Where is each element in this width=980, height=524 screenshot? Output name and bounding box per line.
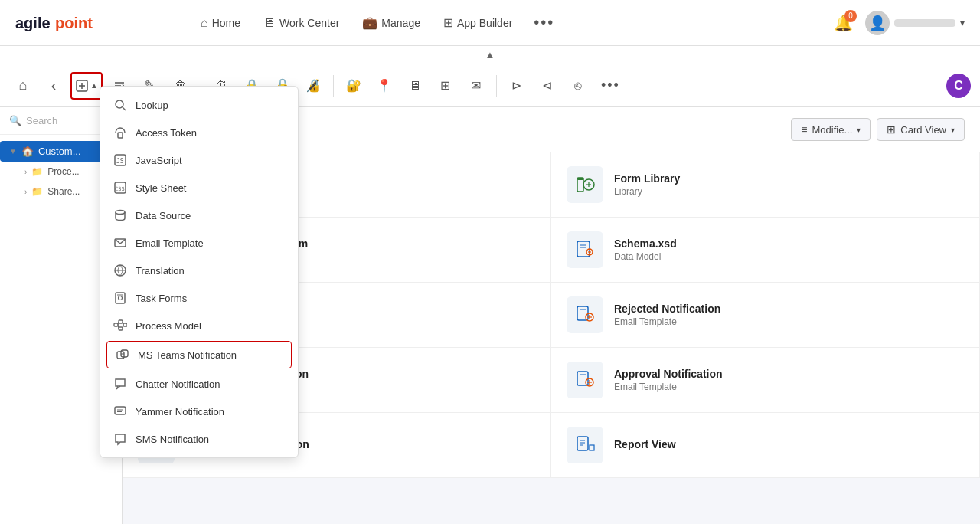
nav-appbuilder-label: App Builder: [457, 17, 512, 29]
card-form-library[interactable]: Form LibraryLibrary: [551, 152, 980, 218]
dropdown-chatter[interactable]: Chatter Notification: [100, 370, 298, 398]
card-name-approval-notification: Approval Notification: [614, 368, 723, 380]
dropdown-chatter-label: Chatter Notification: [136, 378, 220, 390]
card-rejected-notification[interactable]: Rejected NotificationEmail Template: [551, 283, 980, 348]
nav-manage[interactable]: 💼 Manage: [353, 11, 430, 34]
nav-more-button[interactable]: •••: [526, 9, 562, 36]
dropdown-process-model[interactable]: Process Model: [100, 312, 298, 339]
dropdown-translation-label: Translation: [136, 265, 185, 277]
nav-home[interactable]: ⌂ Home: [191, 11, 250, 34]
notification-button[interactable]: 🔔 0: [834, 14, 853, 32]
dropdown-datasource-label: Data Source: [136, 210, 191, 221]
sort-lines-icon: ≡: [801, 123, 807, 136]
toolbar-email-button[interactable]: ✉: [462, 72, 490, 100]
card-icon-schema-xsd: [567, 231, 603, 268]
sort-chevron-icon: ▾: [857, 126, 861, 134]
toolbar-location-button[interactable]: 📍: [371, 72, 398, 100]
dropdown-task-forms[interactable]: Task Forms: [100, 284, 298, 312]
user-chevron-icon: ▾: [960, 18, 965, 28]
stylesheet-icon: CSS: [113, 180, 128, 195]
toolbar-more-button[interactable]: •••: [595, 77, 626, 93]
toolbar-security-button[interactable]: 🔐: [340, 72, 368, 100]
svg-line-29: [122, 325, 123, 329]
svg-text:CSS: CSS: [115, 186, 125, 192]
dropdown-lookup-label: Lookup: [136, 100, 168, 111]
appbuilder-icon: ⊞: [443, 15, 453, 30]
nav-appbuilder[interactable]: ⊞ App Builder: [434, 11, 521, 34]
toolbar-signout-button[interactable]: ⎋: [564, 72, 592, 100]
location-icon: 📍: [377, 78, 392, 93]
dropdown-datasource[interactable]: Data Source: [100, 201, 298, 229]
collapse-arrow[interactable]: ▲: [0, 46, 980, 64]
folder-icon-2: 📁: [31, 186, 43, 197]
user-avatar: 👤: [865, 11, 890, 35]
dropdown-access-token-label: Access Token: [136, 127, 197, 139]
dropdown-lookup[interactable]: Lookup: [100, 91, 298, 119]
email-template-icon: [113, 235, 128, 251]
card-type-schema-xsd: Data Model: [614, 251, 677, 262]
logo[interactable]: agile point: [15, 11, 107, 34]
dropdown-email-template[interactable]: Email Template: [100, 229, 298, 257]
dropdown-ms-teams[interactable]: MS Teams Notification: [106, 341, 292, 368]
toolbar-new-button[interactable]: ▲: [70, 72, 103, 100]
user-name: [894, 19, 956, 27]
chevron-up-icon: ▲: [485, 49, 495, 61]
svg-rect-23: [119, 320, 122, 323]
nav-workcenter[interactable]: 🖥 Work Center: [254, 11, 348, 34]
svg-rect-86: [590, 445, 594, 450]
toolbar-back-button[interactable]: ‹: [40, 72, 67, 100]
card-name-form-library: Form Library: [614, 172, 680, 185]
card-name-rejected-notification: Rejected Notification: [614, 303, 720, 315]
content-actions: ≡ Modifie... ▾ ⊞ Card View ▾: [791, 118, 965, 141]
toolbar-screen-button[interactable]: 🖥: [401, 72, 429, 100]
svg-rect-33: [115, 407, 126, 414]
toolbar-import-button[interactable]: ⊳: [503, 72, 531, 100]
grid-view-icon: ⊞: [887, 123, 896, 136]
card-icon-approval-notification: [567, 362, 603, 398]
card-type-form-library: Library: [614, 186, 680, 197]
toolbar-export-button[interactable]: ⊲: [534, 72, 561, 100]
avatar-icon: 👤: [869, 15, 886, 31]
toolbar-grid-button[interactable]: ⊞: [432, 72, 459, 100]
dropdown-task-forms-label: Task Forms: [136, 293, 187, 304]
nav-home-label: Home: [212, 17, 240, 29]
card-schema-xsd[interactable]: Schema.xsdData Model: [551, 218, 980, 283]
dropdown-javascript[interactable]: JS JavaScript: [100, 146, 298, 174]
view-button[interactable]: ⊞ Card View ▾: [877, 118, 965, 141]
search-label: Search: [26, 115, 57, 126]
back-icon: ‹: [51, 77, 57, 94]
toolbar-home-button[interactable]: ⌂: [9, 72, 37, 100]
card-icon-report-view: [567, 427, 603, 463]
user-menu[interactable]: 👤 ▾: [865, 11, 965, 35]
card-approval-notification[interactable]: Approval NotificationEmail Template: [551, 348, 980, 413]
screen-icon: 🖥: [409, 79, 421, 93]
dropdown-translation[interactable]: Translation: [100, 257, 298, 284]
toolbar-separator-3: [496, 75, 497, 97]
lookup-icon: [113, 97, 128, 113]
toolbar-lock2-button[interactable]: 🔏: [299, 72, 327, 100]
manage-icon: 💼: [362, 15, 377, 30]
dropdown-stylesheet[interactable]: CSS Style Sheet: [100, 174, 298, 201]
toolbar-separator-2: [333, 75, 334, 97]
dropdown-sms-label: SMS Notification: [136, 434, 209, 445]
dropdown-access-token[interactable]: Access Token: [100, 119, 298, 146]
svg-text:point: point: [55, 15, 93, 31]
translation-icon: [113, 263, 128, 278]
sort-button[interactable]: ≡ Modifie... ▾: [791, 118, 871, 141]
nav-links: ⌂ Home 🖥 Work Center 💼 Manage ⊞ App Buil…: [191, 9, 562, 36]
dropdown-sms[interactable]: SMS Notification: [100, 425, 298, 453]
process-model-icon: [113, 318, 128, 333]
toolbar-circle-button[interactable]: C: [946, 74, 971, 98]
card-name-report-view: Report View: [614, 438, 676, 450]
new-dropdown-chevron-icon: ▲: [90, 81, 98, 90]
svg-rect-10: [118, 133, 122, 138]
sort-label: Modifie...: [812, 124, 853, 136]
svg-rect-22: [114, 323, 118, 326]
svg-rect-85: [577, 437, 588, 450]
lock2-icon: 🔏: [305, 78, 321, 93]
card-report-view[interactable]: Report View: [551, 413, 980, 478]
svg-point-15: [116, 211, 125, 215]
dropdown-yammer[interactable]: Yammer Notification: [100, 398, 298, 425]
access-token-icon: [113, 125, 128, 140]
card-type-approval-notification: Email Template: [614, 382, 723, 392]
